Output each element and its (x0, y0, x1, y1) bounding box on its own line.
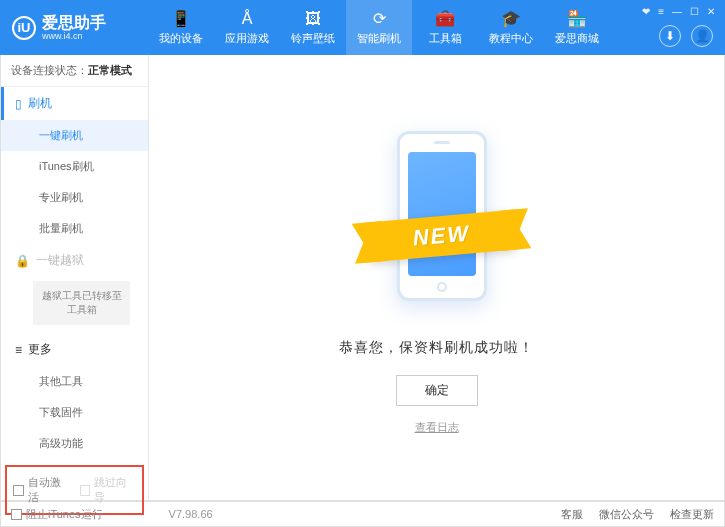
menu-download-firmware[interactable]: 下载固件 (1, 397, 148, 428)
lock-icon: 🔒 (15, 254, 30, 268)
logo-icon: iU (12, 16, 36, 40)
title-bar: iU 爱思助手 www.i4.cn 📱我的设备 Å应用游戏 🖼铃声壁纸 ⟳智能刷… (0, 0, 725, 55)
checkbox-icon (80, 485, 91, 496)
gift-icon[interactable]: ❤ (642, 6, 650, 17)
version-label: V7.98.66 (169, 508, 213, 520)
block-itunes-checkbox[interactable]: 阻止iTunes运行 (11, 507, 103, 522)
jailbreak-note: 越狱工具已转移至工具箱 (33, 281, 130, 325)
app-logo: iU 爱思助手 www.i4.cn (0, 15, 148, 41)
nav-tutorials[interactable]: 🎓教程中心 (478, 0, 544, 55)
app-url: www.i4.cn (42, 31, 106, 41)
menu-advanced[interactable]: 高级功能 (1, 428, 148, 459)
download-icon: ⬇ (665, 29, 675, 43)
checkbox-icon (13, 485, 24, 496)
menu-icon[interactable]: ≡ (658, 6, 664, 17)
device-icon: 📱 (171, 9, 191, 28)
menu-more-header[interactable]: ≡ 更多 (1, 333, 148, 366)
nav-apps[interactable]: Å应用游戏 (214, 0, 280, 55)
nav-flash[interactable]: ⟳智能刷机 (346, 0, 412, 55)
menu-flash-header[interactable]: ▯ 刷机 (1, 87, 148, 120)
phone-icon: ▯ (15, 97, 22, 111)
sidebar: 设备连接状态：正常模式 ▯ 刷机 一键刷机 iTunes刷机 专业刷机 批量刷机… (1, 55, 149, 500)
update-link[interactable]: 检查更新 (670, 507, 714, 522)
checkbox-icon (11, 509, 22, 520)
close-button[interactable]: ✕ (707, 6, 715, 17)
store-icon: 🏪 (567, 9, 587, 28)
menu-other-tools[interactable]: 其他工具 (1, 366, 148, 397)
auto-activate-checkbox[interactable]: 自动激活 (13, 475, 70, 505)
skip-guide-checkbox[interactable]: 跳过向导 (80, 475, 137, 505)
menu-one-click-flash[interactable]: 一键刷机 (1, 120, 148, 151)
maximize-button[interactable]: ☐ (690, 6, 699, 17)
connection-status: 设备连接状态：正常模式 (1, 55, 148, 87)
menu-batch-flash[interactable]: 批量刷机 (1, 213, 148, 244)
apps-icon: Å (242, 10, 253, 28)
app-name: 爱思助手 (42, 15, 106, 31)
nav-my-device[interactable]: 📱我的设备 (148, 0, 214, 55)
wechat-link[interactable]: 微信公众号 (599, 507, 654, 522)
nav-toolbox[interactable]: 🧰工具箱 (412, 0, 478, 55)
top-nav: 📱我的设备 Å应用游戏 🖼铃声壁纸 ⟳智能刷机 🧰工具箱 🎓教程中心 🏪爱思商城 (148, 0, 610, 55)
minimize-button[interactable]: — (672, 6, 682, 17)
nav-store[interactable]: 🏪爱思商城 (544, 0, 610, 55)
wallpaper-icon: 🖼 (305, 10, 321, 28)
list-icon: ≡ (15, 343, 22, 357)
window-controls: ❤ ≡ — ☐ ✕ (642, 6, 715, 17)
download-button[interactable]: ⬇ (659, 25, 681, 47)
flash-icon: ⟳ (373, 9, 386, 28)
menu-itunes-flash[interactable]: iTunes刷机 (1, 151, 148, 182)
success-illustration: NEW (377, 121, 497, 321)
main-content: NEW 恭喜您，保资料刷机成功啦！ 确定 查看日志 (149, 55, 724, 500)
user-button[interactable]: 👤 (691, 25, 713, 47)
confirm-button[interactable]: 确定 (396, 375, 478, 406)
menu-jailbreak-header[interactable]: 🔒 一键越狱 (1, 244, 148, 277)
menu-pro-flash[interactable]: 专业刷机 (1, 182, 148, 213)
support-link[interactable]: 客服 (561, 507, 583, 522)
toolbox-icon: 🧰 (435, 9, 455, 28)
view-log-link[interactable]: 查看日志 (415, 420, 459, 435)
success-message: 恭喜您，保资料刷机成功啦！ (339, 339, 534, 357)
user-icon: 👤 (695, 29, 710, 43)
tutorial-icon: 🎓 (501, 9, 521, 28)
nav-ringtones[interactable]: 🖼铃声壁纸 (280, 0, 346, 55)
new-banner: NEW (411, 220, 470, 251)
device-info: ▯ iPhone 15 Pro Max 512GB iPhone (1, 521, 148, 527)
